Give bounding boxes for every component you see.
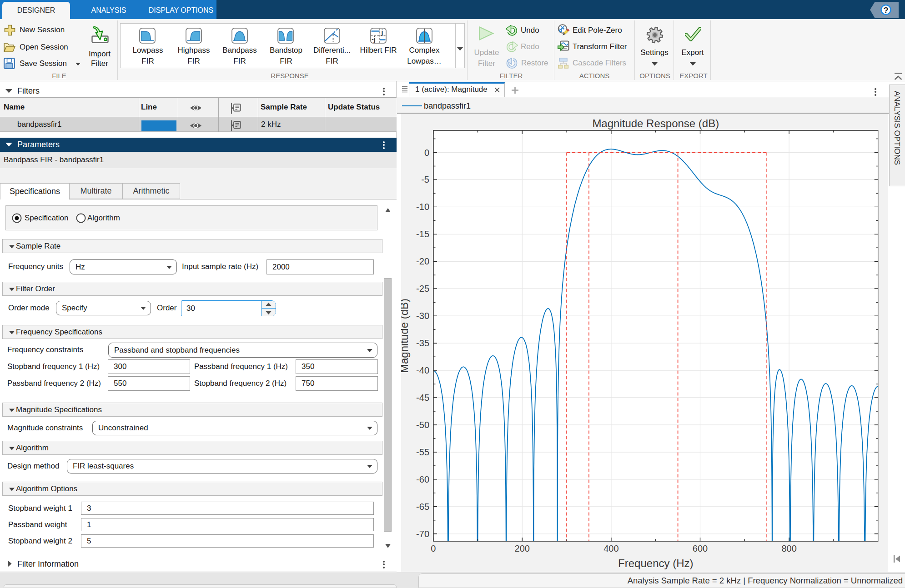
svg-text:-60: -60 [416,474,429,484]
svg-text:600: 600 [693,543,708,553]
svg-text:-25: -25 [416,284,429,294]
svg-text:j: j [381,29,383,36]
svg-text:-70: -70 [416,529,429,539]
svg-text:-5: -5 [421,174,429,184]
svg-text:?: ? [883,5,889,15]
svg-text:-15: -15 [416,229,429,239]
svg-text:-55: -55 [416,447,429,457]
svg-text:-20: -20 [416,256,429,266]
svg-text:-35: -35 [416,338,429,348]
svg-text:800: 800 [781,543,796,553]
svg-text:-50: -50 [416,420,429,430]
svg-text:-45: -45 [416,393,429,403]
svg-text:Magnitude Response (dB): Magnitude Response (dB) [592,117,719,130]
svg-text:-j: -j [372,35,376,43]
svg-text:0: 0 [424,148,429,158]
svg-text:Frequency (Hz): Frequency (Hz) [618,557,693,569]
svg-text:400: 400 [603,543,618,553]
svg-text:0: 0 [431,543,436,553]
svg-text:-40: -40 [416,365,429,375]
svg-text:-65: -65 [416,502,429,512]
svg-text:200: 200 [515,543,530,553]
svg-text:-30: -30 [416,311,429,321]
svg-text:-10: -10 [416,202,429,212]
svg-text:Magnitude (dB): Magnitude (dB) [401,299,410,373]
